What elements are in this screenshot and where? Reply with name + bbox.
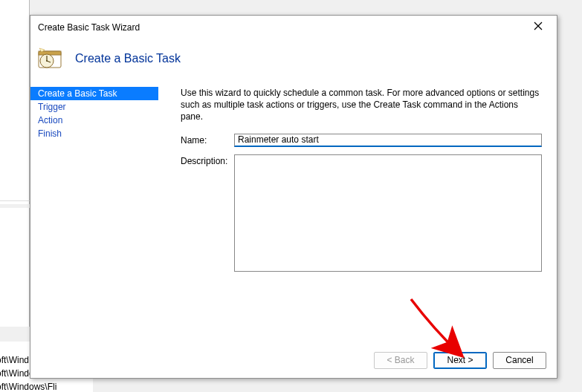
intro-text: Use this wizard to quickly schedule a co…	[181, 87, 542, 123]
bg-divider	[0, 200, 30, 201]
wizard-header: Create a Basic Task	[30, 36, 557, 87]
titlebar: Create Basic Task Wizard	[30, 16, 557, 36]
description-label: Description:	[181, 154, 234, 166]
wizard-dialog: Create Basic Task Wizard Create a Basic …	[30, 15, 557, 379]
page-heading: Create a Basic Task	[75, 52, 181, 65]
next-button[interactable]: Next >	[433, 352, 487, 369]
wizard-content: Use this wizard to quickly schedule a co…	[158, 87, 549, 342]
window-title: Create Basic Task Wizard	[38, 19, 140, 33]
step-finish[interactable]: Finish	[30, 127, 158, 140]
description-input[interactable]	[234, 154, 542, 272]
wizard-body: Create a Basic Task Trigger Action Finis…	[30, 87, 557, 342]
step-list: Create a Basic Task Trigger Action Finis…	[30, 87, 158, 342]
close-button[interactable]	[527, 17, 549, 35]
bg-text-3: oft\Windows\Fli	[0, 382, 71, 392]
button-row: < Back Next > Cancel	[30, 342, 557, 378]
cancel-button[interactable]: Cancel	[493, 352, 546, 369]
close-icon	[534, 22, 543, 30]
bg-text-1: oft\Wind	[0, 355, 33, 365]
step-action[interactable]: Action	[30, 114, 158, 127]
step-trigger[interactable]: Trigger	[30, 100, 158, 114]
back-button: < Back	[374, 352, 427, 369]
name-row: Name:	[181, 134, 542, 147]
bg-panel-mid	[0, 208, 30, 327]
name-label: Name:	[181, 134, 234, 146]
name-input[interactable]	[234, 134, 542, 147]
description-row: Description:	[181, 154, 542, 274]
bg-panel-top	[0, 0, 30, 204]
clock-calendar-icon	[38, 47, 62, 71]
step-create-basic-task[interactable]: Create a Basic Task	[30, 87, 158, 100]
